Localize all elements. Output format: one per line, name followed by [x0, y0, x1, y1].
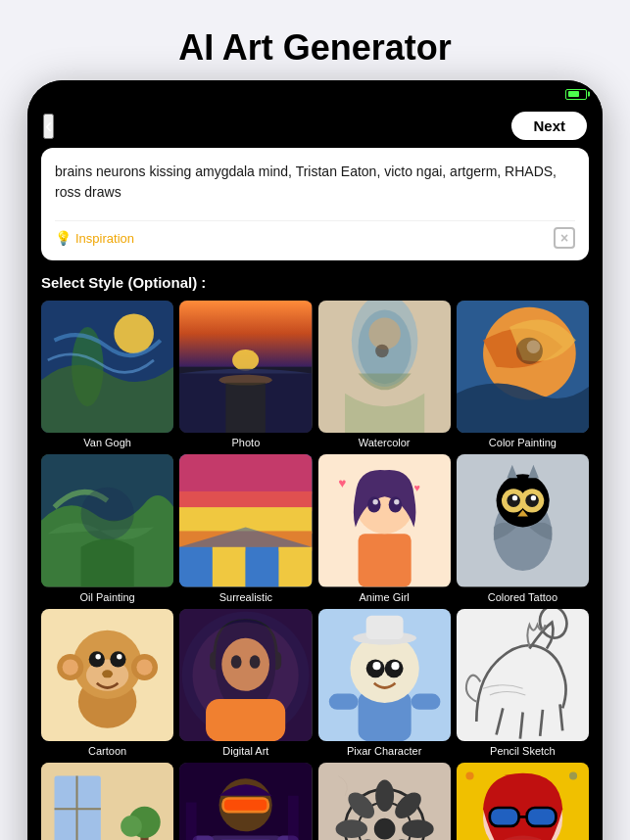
svg-point-34: [388, 497, 402, 513]
svg-rect-27: [213, 547, 246, 587]
style-name-animegirl: Anime Girl: [359, 591, 409, 603]
style-item-animegirl[interactable]: ♥ ♥ Anime Girl: [318, 454, 451, 602]
svg-point-60: [110, 651, 125, 667]
svg-point-62: [117, 653, 121, 658]
back-button[interactable]: ‹: [43, 114, 54, 139]
prompt-text[interactable]: brains neurons kissing amygdala mind, Tr…: [55, 162, 575, 209]
style-item-oilpainting[interactable]: Oil Painting: [41, 454, 173, 602]
style-item-tattoo2[interactable]: Tattoo: [318, 763, 451, 840]
svg-point-35: [372, 499, 377, 504]
style-name-watercolor: Watercolor: [359, 437, 411, 448]
style-name-vangogh: Van Gogh: [83, 437, 131, 448]
style-item-popart[interactable]: Pop Art: [457, 763, 589, 840]
battery-icon: [565, 89, 587, 100]
style-item-cartoon[interactable]: Cartoon: [41, 609, 173, 757]
style-name-pencilsketch: Pencil Sketch: [490, 745, 556, 757]
style-thumb-popart: [457, 763, 589, 840]
prompt-box: brains neurons kissing amygdala mind, Tr…: [41, 148, 589, 260]
svg-rect-73: [206, 698, 285, 740]
svg-point-17: [526, 341, 540, 354]
style-thumb-coloredtattoo: [457, 454, 589, 586]
style-name-pixar: Pixar Character: [347, 745, 421, 757]
svg-point-1: [114, 314, 154, 354]
svg-point-102: [121, 816, 142, 837]
style-name-coloredtattoo: Colored Tattoo: [488, 591, 557, 603]
page-title: AI Art Generator: [0, 10, 630, 80]
style-item-pencilsketch[interactable]: Pencil Sketch: [457, 609, 589, 757]
svg-rect-29: [279, 547, 313, 587]
style-thumb-cartoon: [41, 609, 173, 741]
style-thumb-interior: [41, 763, 173, 840]
svg-point-82: [391, 662, 399, 670]
style-thumb-cyberpunk: [179, 763, 312, 840]
style-thumb-digitalart: [179, 609, 312, 741]
svg-rect-106: [224, 800, 267, 811]
style-item-coloredtattoo[interactable]: Colored Tattoo: [457, 454, 589, 602]
inspiration-text: Inspiration: [75, 231, 134, 246]
svg-point-118: [375, 779, 394, 811]
svg-point-63: [102, 670, 113, 677]
svg-rect-114: [288, 796, 299, 840]
style-thumb-vangogh: [41, 301, 173, 433]
style-name-surrealistic: Surrealistic: [219, 591, 272, 603]
svg-point-20: [81, 488, 134, 540]
phone-frame: ‹ Next brains neurons kissing amygdala m…: [27, 80, 603, 840]
svg-rect-113: [186, 802, 197, 840]
style-item-pixar[interactable]: Pixar Character: [318, 609, 451, 757]
svg-point-49: [530, 495, 535, 500]
style-item-colorpainting[interactable]: Color Painting: [457, 301, 589, 448]
prompt-footer: 💡 Inspiration ×: [55, 220, 575, 249]
svg-point-33: [367, 497, 381, 513]
styles-grid: Van Gogh: [41, 301, 589, 840]
svg-point-133: [569, 771, 577, 779]
style-thumb-animegirl: ♥ ♥: [318, 454, 451, 586]
svg-point-126: [373, 818, 395, 840]
svg-rect-8: [226, 383, 267, 433]
style-section-label: Select Style (Optional) :: [41, 274, 589, 291]
lightbulb-icon: 💡: [55, 230, 72, 246]
inspiration-label[interactable]: 💡 Inspiration: [55, 230, 134, 246]
svg-point-12: [368, 318, 400, 350]
svg-rect-129: [490, 808, 519, 826]
style-name-oilpainting: Oil Painting: [79, 591, 134, 603]
svg-text:♥: ♥: [413, 482, 419, 493]
svg-rect-83: [328, 693, 358, 709]
svg-point-36: [394, 499, 399, 504]
svg-rect-22: [179, 454, 312, 494]
style-item-cyberpunk[interactable]: Cyberpunk: [179, 763, 312, 840]
svg-point-81: [372, 662, 380, 670]
style-thumb-surrealistic: [179, 454, 312, 586]
style-thumb-watercolor: [318, 301, 451, 433]
content-area: brains neurons kissing amygdala mind, Tr…: [27, 148, 603, 840]
style-item-photo[interactable]: Photo: [179, 301, 312, 448]
style-item-vangogh[interactable]: Van Gogh: [41, 301, 173, 448]
next-button[interactable]: Next: [511, 112, 587, 140]
svg-rect-26: [179, 547, 213, 587]
svg-rect-130: [526, 808, 556, 826]
clear-button[interactable]: ×: [554, 227, 575, 249]
svg-rect-78: [365, 615, 403, 638]
style-thumb-photo: [179, 301, 312, 433]
style-thumb-pencilsketch: [457, 609, 589, 741]
svg-point-61: [95, 653, 100, 658]
svg-point-57: [136, 659, 152, 675]
style-name-colorpainting: Color Painting: [489, 437, 557, 448]
style-thumb-pixar: [318, 609, 451, 741]
style-item-surrealistic[interactable]: Surrealistic: [179, 454, 312, 602]
style-item-interior[interactable]: Interior: [41, 763, 173, 840]
style-name-cartoon: Cartoon: [88, 745, 126, 757]
svg-rect-84: [411, 693, 440, 709]
svg-point-132: [465, 771, 473, 779]
style-item-digitalart[interactable]: Digital Art: [179, 609, 312, 757]
svg-point-124: [335, 819, 366, 838]
style-thumb-tattoo2: [318, 763, 451, 840]
svg-point-120: [402, 819, 433, 838]
nav-bar: ‹ Next: [27, 108, 603, 148]
style-thumb-oilpainting: [41, 454, 173, 586]
style-item-watercolor[interactable]: Watercolor: [318, 301, 451, 448]
style-thumb-colorpainting: [457, 301, 589, 433]
svg-point-55: [63, 659, 78, 675]
battery-fill: [568, 91, 580, 97]
svg-point-13: [375, 345, 389, 358]
svg-rect-28: [246, 547, 279, 587]
